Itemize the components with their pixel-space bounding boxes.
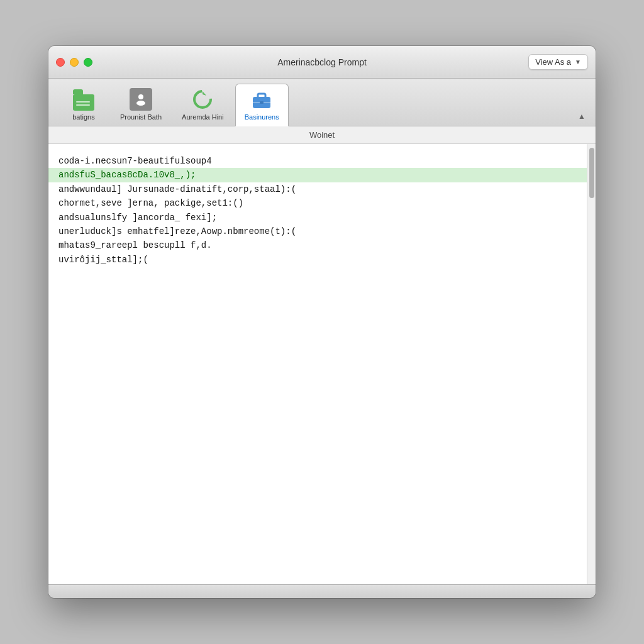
tab-prounist-bath[interactable]: Prounist Bath <box>111 84 170 126</box>
code-line: andsfuS_bacas8cDa.10v8_,); <box>48 168 587 182</box>
status-bar <box>48 584 596 598</box>
svg-rect-7 <box>260 101 264 104</box>
code-line: coda-i.necsun7-beautifulsoup4 <box>58 154 577 168</box>
svg-marker-3 <box>203 91 206 96</box>
person-icon <box>130 88 152 111</box>
view-as-label: View As a <box>535 57 571 67</box>
refresh-icon <box>191 88 214 111</box>
scrollbar-thumb[interactable] <box>589 148 594 198</box>
svg-point-1 <box>136 101 145 106</box>
tab-basinurens[interactable]: Basinurens <box>235 84 289 126</box>
tab-auremda-hini[interactable]: Auremda Hini <box>173 84 233 126</box>
close-button[interactable] <box>56 58 65 67</box>
scrollbar[interactable] <box>587 144 596 584</box>
maximize-button[interactable] <box>84 58 92 67</box>
svg-rect-5 <box>258 94 265 98</box>
content-header: Woinet <box>48 126 596 144</box>
traffic-lights <box>56 58 92 67</box>
tab-basinurens-label: Basinurens <box>245 113 279 121</box>
code-line: uvirôjij_sttal];( <box>58 253 577 267</box>
view-as-button[interactable]: View As a ▼ <box>528 54 588 70</box>
tab-batigns[interactable]: batigns <box>58 84 109 126</box>
tab-batigns-label: batigns <box>72 113 94 121</box>
title-bar: Amerinacbclog Prompt View As a ▼ <box>48 46 596 79</box>
folder-icon <box>72 88 95 111</box>
briefcase-icon <box>250 88 273 111</box>
code-line: chormet,seve ]erna, packige,set1:() <box>58 196 577 210</box>
window-title: Amerinacbclog Prompt <box>277 57 367 67</box>
content-body: coda-i.necsun7-beautifulsoup4andsfuS_bac… <box>48 144 596 584</box>
svg-point-0 <box>138 94 143 99</box>
tab-prounist-bath-label: Prounist Bath <box>120 113 162 121</box>
code-line: unerluduck]s emhatfel]reze,Aowp.nbmreome… <box>58 225 577 238</box>
code-line: mhatas9_rareepl bescupll f,d. <box>58 238 577 252</box>
main-window: Amerinacbclog Prompt View As a ▼ <box>48 46 596 598</box>
content-area: Woinet coda-i.necsun7-beautifulsoup4ands… <box>48 126 596 584</box>
chevron-down-icon: ▼ <box>575 58 581 65</box>
scroll-up-icon[interactable]: ▲ <box>578 112 586 121</box>
code-line: andsualunslfy ]ancorda_ fexi]; <box>58 211 577 225</box>
toolbar: batigns Prounist Bath <box>48 79 596 126</box>
minimize-button[interactable] <box>70 58 79 67</box>
tab-auremda-hini-label: Auremda Hini <box>182 113 224 121</box>
code-line: andwwundaul] Jursunade-dinatift,corp,sta… <box>58 182 577 196</box>
code-editor[interactable]: coda-i.necsun7-beautifulsoup4andsfuS_bac… <box>48 144 587 584</box>
